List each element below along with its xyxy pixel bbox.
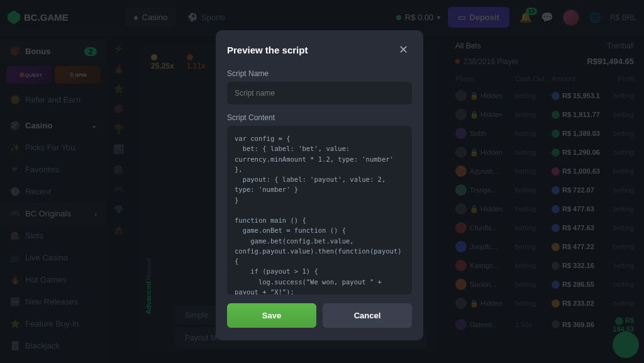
script-preview-modal: Preview the script ✕ Script Name Script … [216, 30, 423, 340]
script-name-input[interactable] [227, 82, 412, 104]
cancel-button[interactable]: Cancel [323, 303, 412, 328]
script-content-label: Script Content [227, 113, 412, 122]
close-button[interactable]: ✕ [395, 42, 412, 58]
script-name-label: Script Name [227, 69, 412, 78]
script-content-textarea[interactable]: var config = { bet: { label: 'bet', valu… [227, 126, 412, 294]
modal-title: Preview the script [227, 45, 308, 55]
save-button[interactable]: Save [227, 303, 316, 328]
